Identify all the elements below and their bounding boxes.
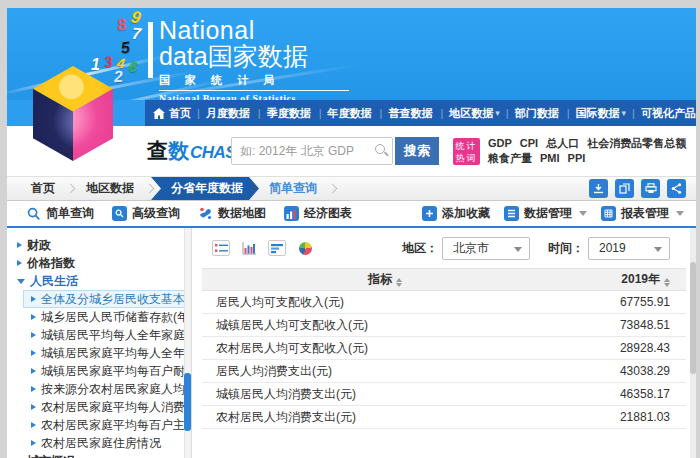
tab-simple-query[interactable]: 简单查询 — [269, 180, 317, 197]
query-toolbar: 简单查询 高级查询 数据地图 经济图表 添加收藏 — [7, 201, 696, 228]
logo-digit: 6 — [128, 57, 139, 75]
hot-word-link[interactable]: 粮食产量 — [488, 151, 532, 166]
hot-word-link[interactable]: 社会消费品零售总额 — [587, 136, 686, 151]
report-manage-button[interactable]: 报表管理 — [601, 205, 684, 222]
sidebar-item-label: 城市概况 — [27, 453, 75, 458]
print-button[interactable] — [641, 179, 660, 198]
chashu-logo: 查 数 CHASHU — [147, 137, 231, 165]
list-view-button[interactable] — [212, 240, 230, 256]
chevron-down-icon — [579, 211, 587, 216]
share-button[interactable] — [667, 179, 686, 198]
main-scrollbar[interactable] — [690, 228, 696, 458]
sidebar-item-label: 价格指数 — [27, 255, 75, 272]
data-manage-button[interactable]: 数据管理 — [504, 205, 587, 222]
tool-label: 添加收藏 — [442, 205, 490, 222]
hot-word-link[interactable]: PPI — [568, 151, 586, 166]
column-header-indicator[interactable]: 指标 — [202, 269, 568, 291]
time-select[interactable]: 2019 — [588, 237, 670, 260]
column-header-year[interactable]: 2019年 — [568, 269, 686, 291]
search-filled-icon — [112, 206, 127, 221]
copy-icon — [619, 183, 630, 194]
hot-word-link[interactable]: CPI — [520, 136, 538, 151]
download-button[interactable] — [589, 179, 608, 198]
plus-icon — [422, 206, 437, 221]
sidebar-item[interactable]: 城市概况 — [7, 452, 191, 458]
add-favorite-button[interactable]: 添加收藏 — [422, 205, 490, 222]
hbar-view-button[interactable] — [268, 240, 286, 256]
sidebar-item[interactable]: 城镇居民家庭平均每百户耐用消费品拥有 — [23, 362, 191, 380]
sidebar-item[interactable]: 城镇居民平均每人全年家庭收入来源 — [23, 326, 191, 344]
sidebar-item[interactable]: 人民生活 — [7, 272, 191, 290]
indicator-table: 指标 2019年 居民人均可支配收入(元) 67755.91 城镇居民人 — [202, 268, 686, 429]
sidebar-item[interactable]: 按来源分农村居民家庭人均纯收入 — [23, 380, 191, 398]
chevron-down-icon — [676, 211, 684, 216]
hot-word-link[interactable]: GDP — [488, 136, 512, 151]
table-row: 居民人均消费支出(元) 43038.29 — [202, 360, 686, 383]
data-panel: 地区： 北京市 时间： 2019 指标 — [192, 228, 696, 458]
national-data-page: National data国家数据 国 家 统 计 局 National Bur… — [7, 8, 696, 458]
sidebar-item[interactable]: 全体及分城乡居民收支基本情况(新口径) — [23, 290, 191, 308]
nav-item-home[interactable]: 首页 — [153, 106, 191, 121]
sidebar-item-label: 城乡居民人民币储蓄存款(年底余额) — [41, 309, 191, 326]
tree-arrow-icon — [31, 404, 36, 410]
nav-item[interactable]: 季度数据 — [252, 106, 313, 121]
hot-words-badge: 统计 热词 — [453, 138, 480, 165]
copy-button[interactable] — [615, 179, 634, 198]
hot-word-link[interactable]: PMI — [540, 151, 560, 166]
chart-icon — [284, 206, 299, 221]
filters: 地区： 北京市 时间： 2019 — [402, 237, 670, 260]
sidebar-item-label: 农村居民家庭平均每百户主要耐用消费品 — [41, 417, 191, 434]
page-action-icons — [589, 179, 686, 198]
nav-item[interactable]: 国际数据 ▾ — [561, 106, 626, 121]
indicator-cell: 城镇居民人均可支配收入(元) — [202, 314, 568, 337]
sidebar-item-label: 农村居民家庭平均每人消费支出 — [41, 399, 191, 416]
hot-words-line1: GDPCPI总人口社会消费品零售总额 — [488, 136, 688, 151]
nav-item[interactable]: 普查数据 — [374, 106, 435, 121]
sidebar-item-label: 农村居民家庭住房情况 — [41, 435, 161, 452]
advanced-query-button[interactable]: 高级查询 — [112, 205, 180, 222]
nav-item[interactable]: 可视化产品 — [626, 106, 696, 121]
logo-digit: 8 — [116, 15, 128, 34]
bar-chart-view-button[interactable] — [240, 240, 258, 256]
tree-arrow-icon — [31, 368, 36, 374]
logo-digit: 2 — [113, 68, 123, 87]
sidebar-item-label: 城镇居民家庭平均每百户耐用消费品拥有 — [41, 363, 191, 380]
tree-arrow-icon — [31, 332, 36, 338]
toolbar-right: 添加收藏 数据管理 报表管理 — [422, 205, 686, 222]
nav-item-label: 首页 — [169, 106, 191, 121]
nav-item[interactable]: 年度数据 — [313, 106, 374, 121]
sidebar-item[interactable]: 城乡居民人民币储蓄存款(年底余额) — [23, 308, 191, 326]
pie-view-icon — [299, 242, 312, 255]
search-button[interactable]: 搜索 — [395, 137, 439, 165]
region-select[interactable]: 北京市 — [442, 237, 530, 260]
nav-item[interactable]: 地区数据 ▾ — [434, 106, 499, 121]
tab-home[interactable]: 首页 — [31, 180, 55, 197]
tree-arrow-icon — [31, 386, 36, 392]
main-scrollbar-thumb[interactable] — [690, 262, 696, 374]
list-icon — [504, 206, 519, 221]
tab-regional-data[interactable]: 地区数据 — [86, 180, 134, 197]
sidebar-item[interactable]: 农村居民家庭平均每人消费支出 — [23, 398, 191, 416]
sidebar-item[interactable]: 财政 — [7, 236, 191, 254]
sidebar-item[interactable]: 农村居民家庭平均每百户主要耐用消费品 — [23, 416, 191, 434]
simple-query-button[interactable]: 简单查询 — [27, 205, 94, 222]
sidebar-scrollbar-thumb[interactable] — [184, 373, 191, 431]
tab-annual-by-province[interactable]: 分省年度数据 — [151, 177, 259, 200]
pie-view-button[interactable] — [296, 240, 314, 256]
sidebar-scrollbar[interactable] — [184, 228, 191, 458]
bar-chart-view-icon — [242, 242, 256, 255]
data-map-button[interactable]: 数据地图 — [198, 205, 266, 222]
search-input[interactable] — [231, 137, 393, 165]
nav-item[interactable]: 部门数据 — [500, 106, 561, 121]
econ-charts-button[interactable]: 经济图表 — [284, 205, 352, 222]
nav-item[interactable]: 月度数据 — [191, 106, 252, 121]
sidebar-item[interactable]: 价格指数 — [7, 254, 191, 272]
table-row: 城镇居民人均可支配收入(元) 73848.51 — [202, 314, 686, 337]
value-cell: 43038.29 — [568, 360, 686, 383]
indicator-cell: 城镇居民人均消费支出(元) — [202, 383, 568, 406]
sidebar-item[interactable]: 农村居民家庭住房情况 — [23, 434, 191, 452]
nav-item-label: 月度数据 — [206, 106, 250, 121]
sidebar-item[interactable]: 城镇居民家庭平均每人全年消费性支出 — [23, 344, 191, 362]
tool-label: 高级查询 — [132, 205, 180, 222]
hot-word-link[interactable]: 总人口 — [546, 136, 579, 151]
